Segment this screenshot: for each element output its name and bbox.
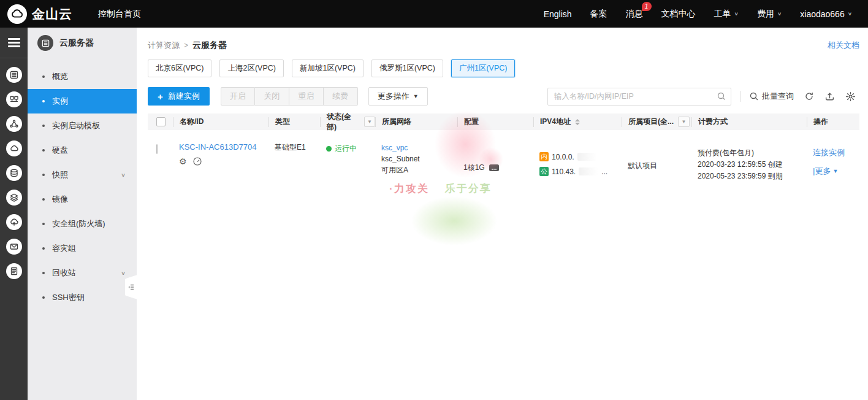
sidebar-item-launch-templates[interactable]: 实例启动模板: [28, 113, 137, 138]
select-all-checkbox[interactable]: [156, 117, 166, 126]
sidebar-item-security-groups[interactable]: 安全组(防火墙): [28, 212, 137, 236]
region-tab-guangzhou1[interactable]: 广州1区(VPC): [451, 60, 515, 77]
toolbar: + 新建实例 开启 关闭 重启 续费 更多操作 ▼ 批量查询: [148, 87, 859, 106]
instance-action-group: 开启 关闭 重启 续费: [221, 87, 358, 106]
gear-icon[interactable]: ⚙: [179, 157, 187, 166]
sidebar-item-instances[interactable]: 实例: [28, 89, 137, 113]
cluster-product-icon[interactable]: [6, 116, 22, 132]
search-icon[interactable]: [717, 91, 726, 101]
search-input[interactable]: [547, 88, 731, 106]
instance-id-link[interactable]: KSC-IN-AC613D7704: [179, 142, 256, 152]
public-ip: 公 110.43. ...: [539, 167, 622, 176]
caret-down-icon: ▼: [413, 93, 419, 99]
chevron-down-icon: ∨: [734, 11, 739, 17]
project-name: 默认项目: [622, 142, 691, 182]
private-ip-badge: 内: [539, 152, 549, 161]
collapse-icon: [128, 283, 135, 291]
topbar: 金山云 控制台首页 English 备案 消息 1 文档中心 工单 ∨ 费用 ∨…: [0, 0, 868, 28]
start-button[interactable]: 开启: [221, 87, 255, 106]
cloud-server-icon: [37, 35, 53, 51]
region-tab-beijing6[interactable]: 北京6区(VPC): [148, 60, 211, 77]
more-actions-button[interactable]: 更多操作 ▼: [368, 87, 428, 106]
cloud-logo-icon: [7, 4, 27, 24]
caret-down-icon: ▼: [832, 168, 838, 174]
console-home-link[interactable]: 控制台首页: [98, 9, 141, 20]
export-button[interactable]: [824, 91, 835, 102]
beian-link[interactable]: 备案: [590, 9, 607, 20]
column-header-billing: 计费方式: [691, 117, 807, 127]
monitor-gauge-icon[interactable]: [192, 156, 202, 166]
row-more-actions[interactable]: |更多 ▼: [813, 166, 859, 177]
sidebar-item-ssh-keys[interactable]: SSH密钥: [28, 285, 137, 310]
hamburger-icon: [8, 38, 20, 47]
logo-text: 金山云: [32, 6, 72, 23]
database-product-icon[interactable]: [6, 165, 22, 181]
column-header-actions: 操作: [807, 117, 859, 127]
caret-down-icon: ▼: [682, 119, 687, 125]
create-instance-button[interactable]: + 新建实例: [148, 87, 210, 106]
instance-config: 1核1G: [463, 163, 485, 173]
status-filter-dropdown[interactable]: ▼: [364, 117, 375, 127]
work-order-menu[interactable]: 工单 ∨: [714, 9, 739, 20]
messages-link[interactable]: 消息 1: [626, 9, 643, 20]
stop-button[interactable]: 关闭: [255, 87, 289, 106]
billing-menu[interactable]: 费用 ∨: [757, 9, 782, 20]
sidebar-item-snapshots[interactable]: 快照∨: [28, 163, 137, 187]
vm-monitors-product-icon[interactable]: [6, 91, 22, 107]
breadcrumb: 计算资源 > 云服务器 相关文档: [148, 28, 859, 51]
export-icon: [824, 91, 835, 102]
vpc-link[interactable]: ksc_vpc: [381, 142, 457, 153]
region-tab-russia1[interactable]: 俄罗斯1区(VPC): [371, 60, 443, 77]
sidebar-item-images[interactable]: 镜像: [28, 187, 137, 212]
language-switch[interactable]: English: [544, 9, 572, 19]
created-time: 2020-03-23 12:59:55 创建: [698, 159, 807, 171]
breadcrumb-parent[interactable]: 计算资源: [148, 40, 180, 51]
sidebar-item-overview[interactable]: 概览: [28, 64, 137, 89]
connect-instance-link[interactable]: 连接实例: [813, 147, 845, 158]
docs-center-link[interactable]: 文档中心: [661, 9, 696, 20]
kingsoft-cloud-logo[interactable]: 金山云: [7, 4, 72, 24]
sidebar-item-disks[interactable]: 硬盘: [28, 138, 137, 163]
column-header-status: 状态(全部) ▼: [320, 117, 375, 127]
column-header-type: 类型: [268, 117, 320, 127]
server-product-icon[interactable]: [6, 67, 22, 83]
chevron-down-icon: ∨: [777, 11, 782, 17]
refresh-icon: [804, 91, 814, 101]
region-tab-singapore1[interactable]: 新加坡1区(VPC): [292, 60, 364, 77]
redacted-ip-segment: [577, 153, 597, 161]
product-header: 云服务器: [28, 28, 137, 58]
message-count-badge: 1: [642, 2, 652, 11]
caret-down-icon: ▼: [367, 119, 372, 125]
instances-table: 名称/ID 类型 状态(全部) ▼ 所属网络 配置 IPV4地址 所属项目(全.…: [148, 113, 859, 182]
public-ip-badge: 公: [539, 167, 549, 176]
mail-product-icon[interactable]: [6, 239, 22, 255]
column-header-project: 所属项目(全... ▼: [622, 117, 691, 127]
sidebar-item-disaster-recovery[interactable]: 容灾组: [28, 236, 137, 261]
restart-button[interactable]: 重启: [289, 87, 324, 106]
search-icon: [749, 91, 759, 101]
cloud-disk-product-icon[interactable]: [6, 140, 22, 156]
column-header-name: 名称/ID: [173, 117, 268, 127]
breadcrumb-separator: >: [184, 41, 188, 50]
settings-button[interactable]: [845, 91, 856, 102]
sort-icon[interactable]: [575, 119, 580, 125]
project-filter-dropdown[interactable]: ▼: [678, 117, 690, 127]
sidebar-collapse-handle[interactable]: [125, 275, 137, 299]
column-header-ipv4: IPV4地址: [533, 117, 622, 127]
search-zone: 批量查询: [547, 88, 859, 106]
user-menu[interactable]: xiaodao666 ∨: [800, 9, 852, 19]
all-products-menu-button[interactable]: [0, 28, 28, 58]
document-product-icon[interactable]: [6, 263, 22, 279]
main-content: ·力攻关 乐于分享 计算资源 > 云服务器 相关文档 北京6区(VPC) 上海2…: [137, 28, 868, 400]
region-tab-shanghai2[interactable]: 上海2区(VPC): [219, 60, 283, 77]
batch-query-button[interactable]: 批量查询: [749, 91, 794, 102]
renew-button[interactable]: 续费: [324, 87, 358, 106]
sidebar-item-recycle-bin[interactable]: 回收站∨: [28, 261, 137, 285]
search-box: [547, 88, 731, 106]
row-checkbox[interactable]: [156, 144, 158, 154]
refresh-button[interactable]: [804, 91, 814, 101]
related-docs-link[interactable]: 相关文档: [828, 40, 859, 51]
layers-product-icon[interactable]: [6, 190, 22, 206]
expire-time: 2020-05-23 23:59:59 到期: [698, 171, 807, 182]
cloud-upload-product-icon[interactable]: [6, 214, 22, 230]
